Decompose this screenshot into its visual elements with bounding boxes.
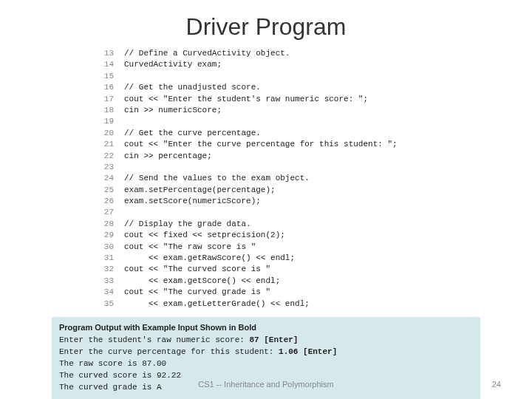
output-prompt: The curved score is 92.22 [59, 371, 181, 380]
code-line: 22cin >> percentage; [103, 151, 532, 162]
code-line: 18cin >> numericScore; [103, 105, 532, 116]
line-number: 26 [103, 196, 124, 207]
line-code: cout << "Enter the student's raw numeric… [124, 94, 368, 105]
line-code: // Display the grade data. [124, 219, 251, 230]
line-number: 14 [103, 59, 124, 70]
output-prompt: Enter the curve percentage for this stud… [59, 347, 279, 356]
line-number: 19 [103, 116, 124, 127]
line-code: << exam.getRawScore() << endl; [124, 253, 295, 264]
line-number: 24 [103, 173, 124, 184]
line-code: exam.setPercentage(percentage); [124, 185, 276, 196]
code-line: 15 [103, 71, 532, 82]
code-line: 28// Display the grade data. [103, 219, 532, 230]
code-line: 27 [103, 207, 532, 218]
line-number: 35 [103, 299, 124, 310]
line-number: 16 [103, 82, 124, 93]
output-line: Enter the student's raw numeric score: 8… [59, 335, 473, 347]
output-prompt: The raw score is 87.00 [59, 359, 166, 368]
line-number: 23 [103, 162, 124, 173]
line-number: 18 [103, 105, 124, 116]
code-line: 35 << exam.getLetterGrade() << endl; [103, 299, 532, 310]
line-number: 32 [103, 264, 124, 275]
line-number: 29 [103, 230, 124, 241]
line-number: 25 [103, 185, 124, 196]
footer-text: CS1 -- Inheritance and Polymorphism [0, 380, 532, 389]
output-line: The raw score is 87.00 [59, 358, 473, 370]
line-number: 22 [103, 151, 124, 162]
line-code: cout << "Enter the curve percentage for … [124, 139, 398, 150]
code-line: 31 << exam.getRawScore() << endl; [103, 253, 532, 264]
code-line: 21cout << "Enter the curve percentage fo… [103, 139, 532, 150]
line-number: 27 [103, 207, 124, 218]
line-code: cout << fixed << setprecision(2); [124, 230, 285, 241]
line-code: // Get the unadjusted score. [124, 82, 261, 93]
code-line: 23 [103, 162, 532, 173]
line-code: // Get the curve percentage. [124, 128, 261, 139]
line-code: CurvedActivity exam; [124, 59, 222, 70]
code-line: 13// Define a CurvedActivity object. [103, 48, 532, 59]
line-number: 33 [103, 276, 124, 287]
output-heading: Program Output with Example Input Shown … [59, 323, 473, 332]
line-code: cin >> numericScore; [124, 105, 222, 116]
line-number: 21 [103, 139, 124, 150]
line-number: 28 [103, 219, 124, 230]
code-line: 32cout << "The curved score is " [103, 264, 532, 275]
code-line: 30cout << "The raw score is " [103, 242, 532, 253]
code-line: 17cout << "Enter the student's raw numer… [103, 94, 532, 105]
code-block: 13// Define a CurvedActivity object.14Cu… [103, 48, 532, 310]
code-line: 20// Get the curve percentage. [103, 128, 532, 139]
line-code: // Define a CurvedActivity object. [124, 48, 290, 59]
line-code: cout << "The curved grade is " [124, 287, 270, 298]
code-line: 34cout << "The curved grade is " [103, 287, 532, 298]
code-line: 33 << exam.getScore() << endl; [103, 276, 532, 287]
code-line: 14CurvedActivity exam; [103, 59, 532, 70]
output-line: Enter the curve percentage for this stud… [59, 347, 473, 358]
output-prompt: Enter the student's raw numeric score: [59, 335, 249, 344]
line-code: cout << "The raw score is " [124, 242, 256, 253]
line-code: cin >> percentage; [124, 151, 212, 162]
line-number: 15 [103, 71, 124, 82]
code-line: 24// Send the values to the exam object. [103, 173, 532, 184]
line-number: 31 [103, 253, 124, 264]
slide-title: Driver Program [0, 0, 532, 48]
code-line: 29cout << fixed << setprecision(2); [103, 230, 532, 241]
page-number: 24 [492, 380, 501, 389]
line-number: 13 [103, 48, 124, 59]
line-code: // Send the values to the exam object. [124, 173, 310, 184]
line-code: << exam.getLetterGrade() << endl; [124, 299, 310, 310]
line-number: 20 [103, 128, 124, 139]
output-input: 87 [Enter] [249, 335, 298, 344]
line-code: << exam.getScore() << endl; [124, 276, 280, 287]
line-code: cout << "The curved score is " [124, 264, 270, 275]
line-number: 17 [103, 94, 124, 105]
code-line: 25exam.setPercentage(percentage); [103, 185, 532, 196]
output-input: 1.06 [Enter] [279, 347, 337, 356]
code-line: 26exam.setScore(numericScore); [103, 196, 532, 207]
code-line: 19 [103, 116, 532, 127]
line-code: exam.setScore(numericScore); [124, 196, 261, 207]
line-number: 30 [103, 242, 124, 253]
line-number: 34 [103, 287, 124, 298]
code-line: 16// Get the unadjusted score. [103, 82, 532, 93]
